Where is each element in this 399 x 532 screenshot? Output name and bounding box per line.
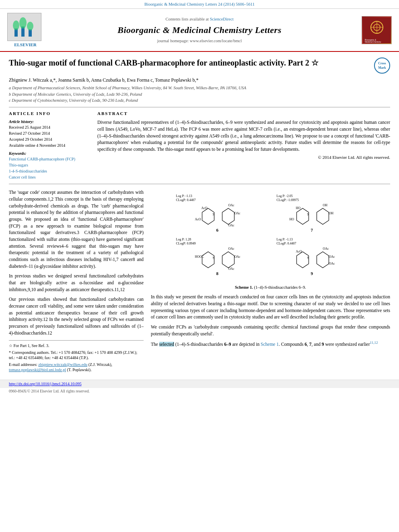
science-direct-anchor[interactable]: ScienceDirect: [210, 17, 234, 21]
scheme1-link[interactable]: Scheme 1: [261, 342, 279, 347]
body-paragraph-2: In previous studies we designed several …: [9, 273, 144, 293]
svg-marker-36: [202, 252, 214, 268]
scheme-svg: Log P: -1.13 CLogP: 0.4407 S OAc OAc OAc: [151, 192, 390, 281]
svg-marker-26: [297, 208, 309, 224]
science-direct-link: Contents lists available at ScienceDirec…: [47, 16, 352, 23]
selected-word-highlight: selected: [159, 342, 174, 347]
svg-text:AcO: AcO: [202, 206, 208, 210]
svg-text:S: S: [213, 212, 215, 216]
svg-text:OAc: OAc: [228, 203, 235, 207]
affiliation-a: a Department of Pharmaceutical Sciences,…: [9, 85, 390, 91]
svg-point-1: [13, 21, 19, 30]
authors: Zbigniew J. Witczak a,*, Joanna Sarnik b…: [9, 77, 390, 84]
svg-text:Log P: 1.28: Log P: 1.28: [176, 238, 191, 241]
doi-bar: http://dx.doi.org/10.1016/j.bmcl.2014.10…: [0, 380, 399, 388]
svg-text:HOOC: HOOC: [195, 255, 204, 259]
svg-text:HO: HO: [290, 218, 294, 221]
svg-text:HO: HO: [296, 206, 301, 210]
svg-text:OAc: OAc: [228, 224, 235, 227]
svg-text:AcO: AcO: [296, 250, 302, 253]
body-left: The 'sugar code' concept assumes the int…: [9, 189, 144, 374]
svg-text:AcO: AcO: [195, 218, 201, 221]
svg-text:CLogP: 0.4407: CLogP: 0.4407: [176, 198, 196, 202]
svg-text:CLogP: -1.69975: CLogP: -1.69975: [277, 198, 299, 202]
svg-text:7: 7: [311, 228, 313, 232]
svg-point-3: [19, 17, 27, 29]
svg-text:OAc: OAc: [234, 212, 241, 215]
banner-right: Bioorganic & Medicinal Chemistry: [356, 16, 392, 44]
svg-marker-48: [317, 252, 329, 268]
body-paragraph-1: The 'sugar code' concept assumes the int…: [9, 189, 144, 269]
keyword-4: Cancer cell lines: [9, 175, 89, 180]
svg-text:Log P: -2.05: Log P: -2.05: [277, 194, 293, 198]
journal-citation: Bioorganic & Medicinal Chemistry Letters…: [144, 2, 255, 6]
body-section: The 'sugar code' concept assumes the int…: [9, 189, 390, 374]
affiliation-b: b Department of Molecular Genetics, Univ…: [9, 92, 390, 98]
abstract-header: ABSTRACT: [97, 111, 390, 117]
doi-link[interactable]: http://dx.doi.org/10.1016/j.bmcl.2014.10…: [9, 382, 82, 386]
svg-marker-38: [222, 252, 234, 268]
journal-header-bar: Bioorganic & Medicinal Chemistry Letters…: [0, 0, 399, 9]
svg-text:9: 9: [311, 271, 313, 276]
footnotes-section: ☆ For Part 1, See Ref. 3. * Correspondin…: [9, 340, 144, 373]
article-title-section: Thio-sugar motif of functional CARB-phar…: [9, 58, 390, 74]
divider-1: [9, 107, 390, 107]
scheme-caption: Scheme 1. (1–4)-S-thiodisaccharides 6–9.: [151, 285, 390, 291]
svg-marker-46: [297, 252, 309, 268]
keyword-1: Functional CARB-pharmacophore (FCP): [9, 156, 89, 162]
svg-text:S: S: [307, 256, 309, 260]
article-history: Article history: Received 25 August 2014…: [9, 119, 89, 148]
body-right-paragraph-1: In this study we present the results of …: [151, 294, 390, 320]
banner-left: ELSEVIER: [7, 13, 43, 48]
svg-text:OH: OH: [329, 212, 334, 215]
body-right: Log P: -1.13 CLogP: 0.4407 S OAc OAc OAc: [151, 189, 390, 374]
svg-text:OAc: OAc: [329, 262, 335, 265]
crossmark-badge: CrossMark: [374, 58, 390, 74]
keyword-2: Thio-sugars: [9, 162, 89, 168]
abstract-section: ABSTRACT Diverse functionalized represen…: [97, 111, 390, 181]
svg-text:8: 8: [216, 271, 219, 276]
keywords-label: Keywords:: [9, 151, 89, 156]
svg-text:OAc: OAc: [228, 247, 235, 251]
body-right-paragraph-2: We consider FCPs as 'carbohydrate compou…: [151, 324, 390, 337]
revised-date: Revised 27 October 2014: [9, 131, 89, 136]
issn-bar: 0960-894X/© 2014 Elsevier Ltd. All right…: [0, 388, 399, 395]
elsevier-logo: [7, 13, 41, 41]
footnote-corresponding: * Corresponding authors. Tel.: +1 570 40…: [9, 350, 144, 361]
svg-text:OAc: OAc: [329, 255, 335, 259]
svg-text:S: S: [307, 212, 309, 216]
svg-text:OAc: OAc: [228, 267, 235, 271]
journal-title: Bioorganic & Medicinal Chemistry Letters: [47, 24, 352, 37]
svg-point-5: [27, 22, 33, 31]
email-link-1[interactable]: zbigniew.witczak@wilkes.edu: [38, 362, 87, 367]
abstract-copyright: © 2014 Elsevier Ltd. All rights reserved…: [97, 154, 390, 160]
keyword-3: 1-4-S-thiodisaccharides: [9, 168, 89, 174]
footnote-star: ☆ For Part 1, See Ref. 3.: [9, 343, 144, 349]
accepted-date: Accepted 29 October 2014: [9, 137, 89, 142]
svg-text:OAc: OAc: [323, 247, 329, 251]
available-date: Available online 4 November 2014: [9, 143, 89, 148]
affiliations: a Department of Pharmaceutical Sciences,…: [9, 85, 390, 104]
svg-text:S: S: [213, 256, 215, 260]
divider-2: [9, 184, 390, 184]
banner-center: Contents lists available at ScienceDirec…: [43, 16, 356, 44]
svg-text:OAc: OAc: [234, 255, 241, 259]
article-title: Thio-sugar motif of functional CARB-phar…: [9, 58, 370, 68]
svg-marker-15: [202, 208, 214, 224]
article-info-abstract: ARTICLE INFO Article history: Received 2…: [9, 111, 390, 181]
journal-cover-image: Bioorganic & Medicinal Chemistry: [362, 16, 392, 44]
svg-text:CLogP: 0.8949: CLogP: 0.8949: [176, 242, 196, 245]
history-label: Article history:: [9, 119, 89, 125]
body-right-paragraph-3: The selected (1–4)-S-thiodisaccharides 6…: [151, 340, 390, 348]
body-paragraph-3: Our previous studies showed that functio…: [9, 296, 144, 336]
svg-text:OH: OH: [323, 203, 328, 207]
svg-text:Medicinal Chemistry: Medicinal Chemistry: [365, 41, 381, 43]
affiliation-c: c Department of Cytobiochemistry, Univer…: [9, 98, 390, 104]
abstract-text: Diverse functionalized representatives o…: [97, 119, 390, 152]
email-link-2[interactable]: tomasz.poplawski@biol.uni.lodz.pl: [9, 368, 66, 372]
keywords-section: Keywords: Functional CARB-pharmacophore …: [9, 151, 89, 180]
scheme-container: Log P: -1.13 CLogP: 0.4407 S OAc OAc OAc: [151, 192, 390, 290]
footnote-email: E-mail addresses: zbigniew.witczak@wilke…: [9, 362, 144, 373]
svg-text:6: 6: [216, 228, 219, 232]
article-info-header: ARTICLE INFO: [9, 111, 89, 117]
